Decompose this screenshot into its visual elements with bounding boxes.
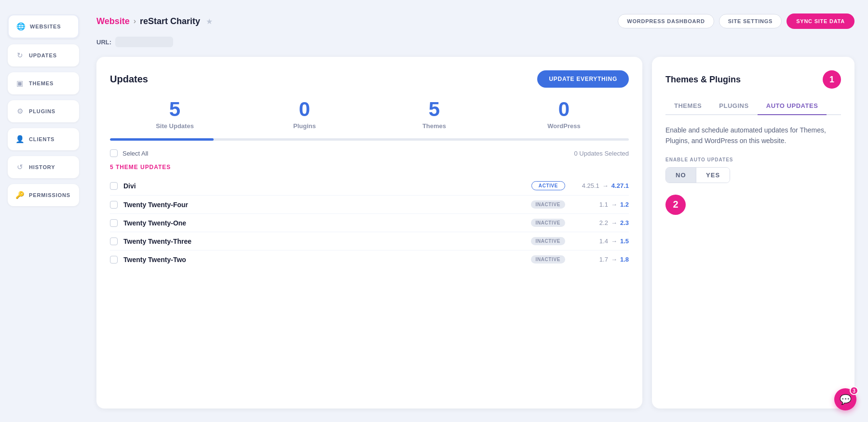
- right-panel-title: Themes & Plugins: [665, 75, 741, 85]
- theme-status-twenty-one: INACTIVE: [531, 219, 565, 227]
- sidebar-item-permissions[interactable]: 🔑 PERMISSIONS: [8, 184, 79, 206]
- theme-updates-header: 5 THEME UPDATES: [110, 164, 629, 171]
- sidebar-item-websites[interactable]: 🌐 WEBSITES: [8, 14, 79, 39]
- theme-status-divi: ACTIVE: [531, 181, 565, 190]
- chat-button[interactable]: 💬 3: [834, 388, 856, 410]
- globe-icon: 🌐: [16, 22, 25, 31]
- enable-auto-updates-label: ENABLE AUTO UPDATES: [665, 157, 841, 162]
- updates-panel: Updates UPDATE EVERYTHING 5 Site Updates…: [96, 57, 642, 409]
- url-value: [115, 37, 173, 47]
- updates-panel-title: Updates: [110, 74, 148, 85]
- theme-version-to-twenty-two[interactable]: 1.8: [620, 256, 629, 263]
- plugins-icon: ⚙: [15, 107, 24, 116]
- arrow-icon: →: [611, 237, 617, 245]
- chat-icon: 💬: [840, 394, 852, 405]
- stat-plugins: 0 Plugins: [240, 99, 369, 130]
- arrow-icon: →: [602, 182, 609, 189]
- theme-version-to-divi[interactable]: 4.27.1: [611, 182, 629, 189]
- theme-version-from-divi: 4.25.1: [582, 182, 599, 189]
- arrow-icon: →: [611, 201, 617, 208]
- content-area: Updates UPDATE EVERYTHING 5 Site Updates…: [96, 57, 854, 409]
- site-settings-button[interactable]: SITE SETTINGS: [719, 14, 782, 28]
- updates-panel-header: Updates UPDATE EVERYTHING: [110, 70, 629, 88]
- theme-row-twenty-three: Twenty Twenty-Three INACTIVE 1.4 → 1.5: [110, 232, 629, 251]
- permissions-icon: 🔑: [15, 191, 24, 199]
- theme-version-twenty-two: 1.7 → 1.8: [571, 256, 629, 263]
- theme-name-twenty-three: Twenty Twenty-Three: [123, 237, 525, 245]
- theme-row-twenty-four: Twenty Twenty-Four INACTIVE 1.1 → 1.2: [110, 196, 629, 214]
- sidebar-item-updates[interactable]: ↻ UPDATES: [8, 44, 79, 66]
- toggle-yes-button[interactable]: YES: [696, 168, 730, 183]
- theme-version-to-twenty-one[interactable]: 2.3: [620, 219, 629, 226]
- theme-checkbox-twenty-three[interactable]: [110, 237, 118, 245]
- updates-icon: ↻: [15, 51, 24, 60]
- theme-version-to-twenty-four[interactable]: 1.2: [620, 201, 629, 208]
- arrow-icon: →: [611, 219, 617, 226]
- sidebar-item-plugins[interactable]: ⚙ PLUGINS: [8, 100, 79, 122]
- theme-status-twenty-four: INACTIVE: [531, 200, 565, 209]
- tab-auto-updates[interactable]: AUTO UPDATES: [758, 98, 827, 114]
- auto-updates-toggle: NO YES: [665, 167, 730, 183]
- theme-name-twenty-four: Twenty Twenty-Four: [123, 201, 525, 209]
- theme-name-twenty-two: Twenty Twenty-Two: [123, 256, 525, 264]
- arrow-icon: →: [611, 256, 617, 263]
- toggle-no-button[interactable]: NO: [666, 168, 696, 183]
- breadcrumb-current-page: reStart Charity: [140, 16, 200, 26]
- sidebar-label-permissions: PERMISSIONS: [29, 192, 70, 198]
- theme-row-twenty-two: Twenty Twenty-Two INACTIVE 1.7 → 1.8: [110, 251, 629, 268]
- main-content: Website › reStart Charity ★ WORDPRESS DA…: [87, 0, 868, 422]
- tab-themes[interactable]: THEMES: [665, 98, 710, 114]
- select-all-label: Select All: [122, 150, 148, 157]
- progress-bar-fill: [110, 138, 214, 141]
- breadcrumb-website-link[interactable]: Website: [96, 16, 130, 26]
- breadcrumb: Website › reStart Charity ★: [96, 16, 213, 26]
- theme-version-to-twenty-three[interactable]: 1.5: [620, 237, 629, 245]
- theme-version-twenty-four: 1.1 → 1.2: [571, 201, 629, 208]
- theme-checkbox-twenty-two[interactable]: [110, 256, 118, 264]
- tab-plugins[interactable]: PLUGINS: [710, 98, 757, 114]
- theme-status-twenty-two: INACTIVE: [531, 255, 565, 264]
- theme-version-twenty-three: 1.4 → 1.5: [571, 237, 629, 245]
- sidebar-label-clients: CLIENTS: [29, 136, 54, 142]
- sidebar-label-updates: UPDATES: [29, 53, 57, 58]
- sidebar-label-plugins: PLUGINS: [29, 108, 55, 114]
- sidebar-label-history: HISTORY: [29, 164, 55, 170]
- theme-checkbox-twenty-one[interactable]: [110, 219, 118, 227]
- theme-version-twenty-one: 2.2 → 2.3: [571, 219, 629, 226]
- header-actions: WORDPRESS DASHBOARD SITE SETTINGS SYNC S…: [618, 13, 854, 29]
- sidebar-item-themes[interactable]: ▣ THEMES: [8, 72, 79, 94]
- theme-row-twenty-one: Twenty Twenty-One INACTIVE 2.2 → 2.3: [110, 214, 629, 232]
- stat-wordpress-label: WordPress: [499, 122, 629, 130]
- stat-themes: 5 Themes: [369, 99, 499, 130]
- stat-wordpress: 0 WordPress: [499, 99, 629, 130]
- star-icon[interactable]: ★: [206, 17, 213, 26]
- sidebar-item-clients[interactable]: 👤 CLIENTS: [8, 128, 79, 150]
- select-all-row: Select All 0 Updates Selected: [110, 149, 629, 157]
- theme-checkbox-divi[interactable]: [110, 182, 118, 190]
- notification-badge-2: 2: [665, 195, 686, 215]
- sidebar-label-websites: WEBSITES: [30, 24, 61, 29]
- theme-checkbox-twenty-four[interactable]: [110, 201, 118, 209]
- theme-version-from-twenty-four: 1.1: [599, 201, 608, 208]
- sync-site-data-button[interactable]: SYNC SITE DATA: [787, 13, 854, 29]
- auto-updates-description: Enable and schedule automated updates fo…: [665, 125, 841, 146]
- theme-version-from-twenty-one: 2.2: [599, 219, 608, 226]
- url-label: URL:: [96, 39, 111, 46]
- theme-rows-list: Divi ACTIVE 4.25.1 → 4.27.1 Twenty Twent…: [110, 176, 629, 268]
- themes-icon: ▣: [15, 79, 24, 88]
- stat-wordpress-number: 0: [499, 99, 629, 119]
- notification-badge-1: 1: [823, 70, 841, 89]
- updates-selected-count: 0 Updates Selected: [574, 150, 629, 157]
- sidebar-label-themes: THEMES: [29, 80, 54, 86]
- url-bar: URL:: [96, 37, 854, 47]
- update-everything-button[interactable]: UPDATE EVERYTHING: [537, 70, 629, 88]
- select-all-checkbox[interactable]: [110, 149, 118, 157]
- theme-name-divi: Divi: [123, 182, 526, 190]
- wordpress-dashboard-button[interactable]: WORDPRESS DASHBOARD: [618, 14, 714, 28]
- theme-status-twenty-three: INACTIVE: [531, 237, 565, 245]
- theme-version-from-twenty-two: 1.7: [599, 256, 608, 263]
- right-panel: Themes & Plugins 1 THEMES PLUGINS AUTO U…: [652, 57, 854, 409]
- sidebar-item-history[interactable]: ↺ HISTORY: [8, 156, 79, 178]
- clients-icon: 👤: [15, 135, 24, 144]
- chat-badge: 3: [850, 386, 858, 395]
